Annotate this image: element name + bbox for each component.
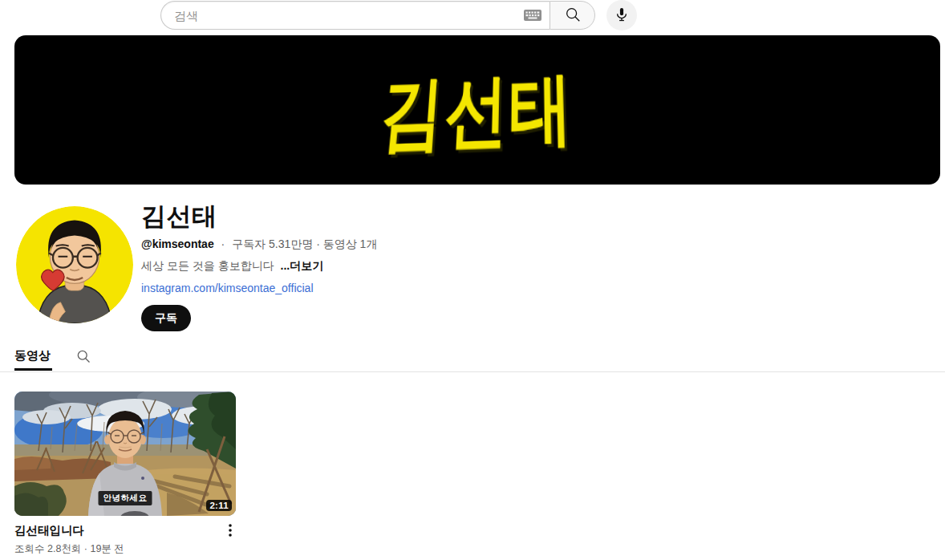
subscribe-button[interactable]: 구독 bbox=[141, 305, 191, 331]
search-field[interactable] bbox=[160, 1, 550, 30]
video-thumbnail[interactable]: 안녕하세요 2:11 bbox=[14, 392, 236, 516]
more-button[interactable]: ...더보기 bbox=[281, 259, 324, 272]
thumbnail-caption: 안녕하세요 bbox=[99, 491, 152, 505]
kebab-menu-icon bbox=[223, 529, 237, 541]
banner-logo-text: 김선태 bbox=[376, 68, 574, 154]
channel-name: 김선태 bbox=[141, 200, 217, 233]
tab-videos-label: 동영상 bbox=[14, 348, 51, 362]
channel-description[interactable]: 세상 모든 것을 홍보합니다 ...더보기 bbox=[141, 259, 323, 274]
channel-handle: @kimseontae bbox=[141, 237, 214, 250]
channel-banner: 김선태 bbox=[14, 35, 940, 185]
channel-avatar bbox=[16, 206, 133, 323]
channel-meta-line: @kimseontae · 구독자 5.31만명 · 동영상 1개 bbox=[141, 237, 377, 252]
search-input[interactable] bbox=[174, 9, 517, 22]
search-button[interactable] bbox=[550, 1, 595, 30]
search-icon bbox=[75, 355, 91, 367]
tabs-divider bbox=[0, 371, 945, 372]
channel-stats: 구독자 5.31만명 · 동영상 1개 bbox=[232, 237, 377, 250]
tab-videos[interactable]: 동영상 bbox=[14, 348, 51, 363]
search-bar bbox=[160, 1, 595, 30]
channel-link[interactable]: instagram.com/kimseontae_official bbox=[141, 282, 314, 294]
channel-search-button[interactable] bbox=[74, 347, 93, 367]
mic-button[interactable] bbox=[606, 0, 637, 30]
description-text: 세상 모든 것을 홍보합니다 bbox=[141, 259, 274, 272]
video-menu-button[interactable] bbox=[221, 521, 239, 541]
video-duration-badge: 2:11 bbox=[206, 500, 232, 511]
separator-dot: · bbox=[221, 237, 225, 250]
video-title[interactable]: 김선태입니다 bbox=[14, 523, 217, 538]
search-icon bbox=[564, 6, 582, 26]
mic-icon bbox=[614, 6, 630, 25]
keyboard-icon[interactable] bbox=[524, 10, 541, 21]
video-meta: 조회수 2.8천회 · 19분 전 bbox=[14, 542, 124, 556]
youtube-channel-page: 김선태 김선태 @kimseontae bbox=[0, 0, 945, 560]
active-tab-underline bbox=[14, 368, 52, 371]
